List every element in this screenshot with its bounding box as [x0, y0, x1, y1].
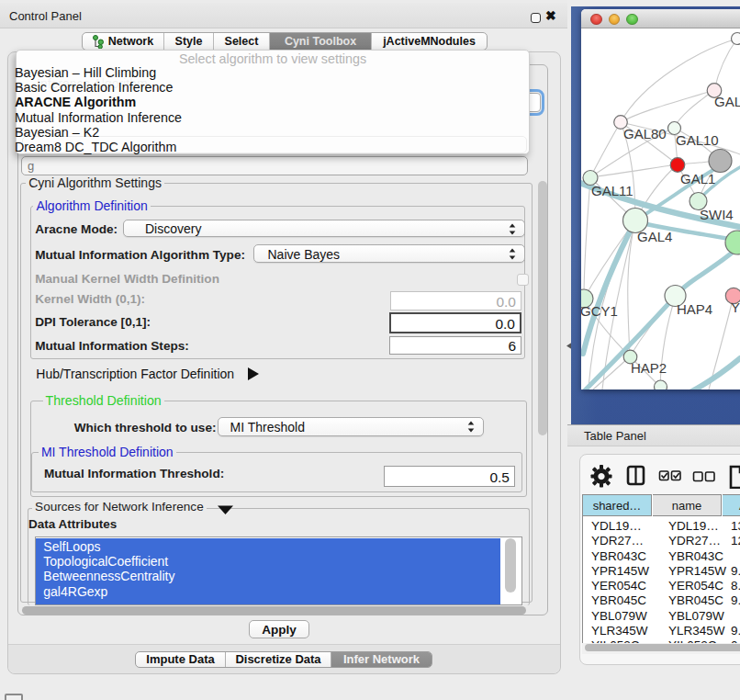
svg-text:GAL11: GAL11	[591, 183, 633, 198]
svg-text:HAP2: HAP2	[631, 360, 667, 376]
svg-text:GAL80: GAL80	[623, 126, 667, 141]
svg-text:GCY1: GCY1	[581, 303, 618, 319]
svg-text:GAL10: GAL10	[676, 132, 719, 148]
svg-text:SWI4: SWI4	[700, 207, 734, 222]
svg-text:HAP4: HAP4	[677, 301, 712, 317]
svg-text:YJ: YJ	[731, 299, 740, 315]
svg-text:GAL1: GAL1	[680, 171, 715, 186]
svg-text:GAL4: GAL4	[637, 229, 672, 244]
svg-text:GAL2: GAL2	[714, 94, 740, 109]
